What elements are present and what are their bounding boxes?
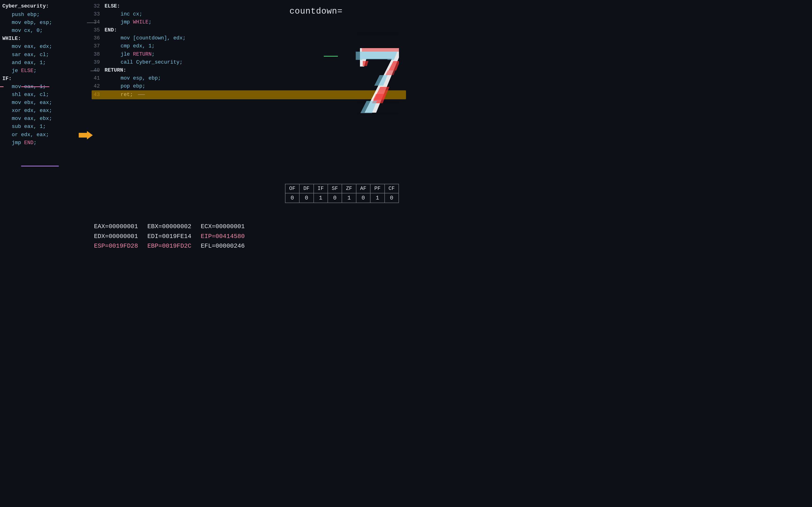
svg-marker-0 bbox=[79, 131, 93, 139]
flag-val-zf: 1 bbox=[342, 193, 356, 203]
reg-edx: EDX=00000001 bbox=[94, 232, 138, 241]
linenum-37: 37 bbox=[92, 42, 105, 50]
flags-table: OF DF IF SF ZF AF PF CF 0 0 1 0 1 0 1 0 bbox=[285, 184, 399, 203]
flags-header-row: OF DF IF SF ZF AF PF CF bbox=[285, 184, 399, 193]
code-shl-eax-cl: shl eax, cl; bbox=[12, 91, 49, 99]
flag-header-df: DF bbox=[299, 184, 313, 193]
reg-efl: EFL=00000246 bbox=[201, 241, 245, 251]
flag-val-if: 1 bbox=[314, 193, 328, 203]
reg-line-1: EAX=00000001 EBX=00000002 ECX=00000001 bbox=[94, 222, 399, 232]
code-mov-eax-edx: mov eax, edx; bbox=[12, 43, 52, 51]
left-code-label-while: WHILE: bbox=[2, 35, 92, 43]
number-7-svg: 7 7 7 7 bbox=[352, 14, 399, 127]
flag-val-cf: 0 bbox=[385, 193, 399, 203]
code-sar-eax-cl: sar eax, cl; bbox=[12, 51, 49, 59]
label-while: WHILE: bbox=[2, 35, 21, 43]
green-accent-line bbox=[324, 56, 338, 57]
label-if: IF: bbox=[2, 75, 12, 83]
reg-eax: EAX=00000001 bbox=[94, 222, 138, 232]
linenum-38: 38 bbox=[92, 50, 105, 58]
linenum-39: 39 bbox=[92, 58, 105, 66]
linenum-36: 36 bbox=[92, 34, 105, 42]
left-code-line-10: shl eax, cl; bbox=[12, 91, 92, 99]
code-jmp-end: jmp END; bbox=[12, 139, 37, 147]
reg-line-3: ESP=0019FD28 EBP=0019FD2C EFL=00000246 bbox=[94, 241, 399, 251]
label-cyber-security: Cyber_security: bbox=[2, 2, 49, 10]
linenum-43: 43 bbox=[92, 91, 105, 99]
flag-val-pf: 1 bbox=[370, 193, 385, 203]
left-code-line-2: push ebp; bbox=[12, 11, 92, 19]
reg-edi: EDI=0019FE14 bbox=[147, 232, 191, 241]
arrow-svg bbox=[79, 131, 93, 139]
flag-header-af: AF bbox=[356, 184, 370, 193]
left-code-line-7: and eax, 1; bbox=[12, 59, 92, 67]
left-code-line-1: Cyber_security: bbox=[2, 2, 92, 10]
registers-section: EAX=00000001 EBX=00000002 ECX=00000001 E… bbox=[94, 222, 399, 251]
red-accent-left bbox=[0, 87, 4, 87]
code-mov-ebx-eax: mov ebx, eax; bbox=[12, 99, 52, 107]
glitch-number-7: 7 7 7 7 bbox=[352, 14, 399, 127]
left-code-line-14: sub eax, 1; bbox=[12, 123, 92, 131]
arrow-indicator bbox=[79, 131, 93, 139]
flag-header-of: OF bbox=[285, 184, 299, 193]
left-code-line-5: mov eax, edx; bbox=[12, 43, 92, 51]
reg-eip: EIP=00414580 bbox=[201, 232, 245, 241]
code-mov-ebp-esp: mov ebp, esp; bbox=[12, 19, 52, 27]
reg-ebx: EBX=00000002 bbox=[147, 222, 191, 232]
left-code-line-4: mov cx, 0; bbox=[12, 27, 92, 35]
flags-values-row: 0 0 1 0 1 0 1 0 bbox=[285, 193, 399, 203]
code-or-edx-eax: or edx, eax; bbox=[12, 131, 49, 139]
left-code-line-3: mov ebp, esp; bbox=[12, 19, 92, 27]
code-and-eax-1: and eax, 1; bbox=[12, 59, 46, 67]
left-code-line-8: je ELSE; bbox=[12, 67, 92, 75]
left-code-line-11: mov ebx, eax; bbox=[12, 99, 92, 107]
reg-line-2: EDX=00000001 EDI=0019FE14 EIP=00414580 bbox=[94, 232, 399, 241]
left-code-label-if: IF: bbox=[2, 75, 92, 83]
left-code-line-16: jmp END; bbox=[12, 139, 92, 147]
code-sub-eax-1: sub eax, 1; bbox=[12, 123, 46, 131]
linenum-32: 32 bbox=[92, 2, 105, 10]
code-xor-edx-eax: xor edx, eax; bbox=[12, 107, 52, 115]
flag-header-zf: ZF bbox=[342, 184, 356, 193]
flag-val-af: 0 bbox=[356, 193, 370, 203]
flag-header-if: IF bbox=[314, 184, 328, 193]
flag-val-df: 0 bbox=[299, 193, 313, 203]
code-mov-eax-ebx: mov eax, ebx; bbox=[12, 115, 52, 123]
flags-section: OF DF IF SF ZF AF PF CF 0 0 1 0 1 0 1 0 bbox=[285, 184, 399, 203]
flag-header-sf: SF bbox=[328, 184, 342, 193]
reg-ebp: EBP=0019FD2C bbox=[147, 241, 191, 251]
reg-esp: ESP=0019FD28 bbox=[94, 241, 138, 251]
flag-header-cf: CF bbox=[385, 184, 399, 193]
left-code-line-6: sar eax, cl; bbox=[12, 51, 92, 59]
code-mov-cx-0: mov cx, 0; bbox=[12, 27, 43, 35]
left-code-line-12: xor edx, eax; bbox=[12, 107, 92, 115]
pink-underline-2 bbox=[21, 166, 59, 166]
code-push-ebp: push ebp; bbox=[12, 11, 40, 19]
linenum-42: 42 bbox=[92, 82, 105, 91]
reg-ecx: ECX=00000001 bbox=[201, 222, 245, 232]
linenum-33: 33 bbox=[92, 10, 105, 18]
linenum-40: 40 bbox=[92, 66, 105, 74]
pink-underline-1 bbox=[21, 87, 49, 87]
code-else-label: ELSE: bbox=[105, 2, 406, 10]
left-code-line-13: mov eax, ebx; bbox=[12, 115, 92, 123]
right-line-32: 32 ELSE: bbox=[92, 2, 406, 10]
linenum-41: 41 bbox=[92, 74, 105, 82]
flag-val-sf: 0 bbox=[328, 193, 342, 203]
code-je-else: je ELSE; bbox=[12, 67, 37, 75]
main-container: Cyber_security: push ebp; mov ebp, esp; … bbox=[0, 0, 406, 253]
flag-header-pf: PF bbox=[370, 184, 385, 193]
linenum-34: 34 bbox=[92, 18, 105, 26]
flag-val-of: 0 bbox=[285, 193, 299, 203]
code-left-panel: Cyber_security: push ebp; mov ebp, esp; … bbox=[0, 0, 92, 253]
countdown-label: countdown= bbox=[290, 7, 343, 16]
linenum-35: 35 bbox=[92, 26, 105, 34]
